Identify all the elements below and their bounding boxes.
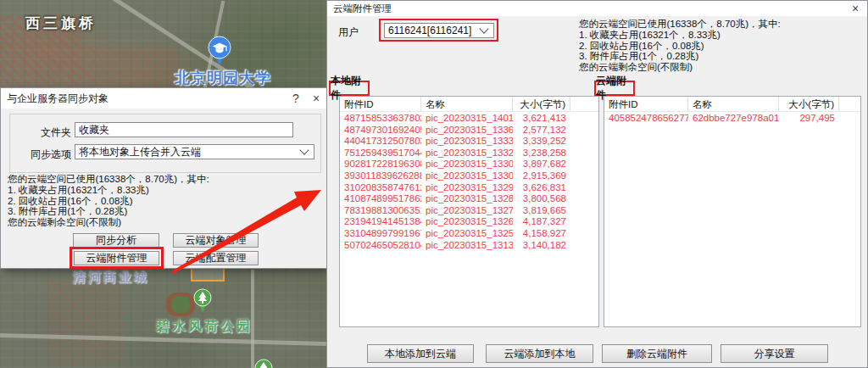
table-cell: 4,187,327 [513,216,570,228]
table-row[interactable]: 4871585336378026500pic_20230315_14011...… [340,113,598,125]
map-label-qinghe-mall: 清河商业城 [73,270,149,286]
user-value: 6116241[6116241] [388,25,481,36]
map-label-bishui-park: 碧水风荷公园 [156,318,253,336]
cloud-attachments-table[interactable]: 附件ID 名称 大小(字节) 405852478656277007562dbbe… [604,96,861,327]
table-cell: 4108748995178624514 [340,193,421,205]
table-row[interactable]: 5070246505281045512pic_20230315_13134...… [340,240,598,252]
attachment-usage-text: 您的云端空间已使用(16338个，8.70兆)，其中:1. 收藏夹占用(1632… [579,19,781,73]
folder-input[interactable] [75,122,293,137]
usage-line: 您的云端空间已使用(16338个，8.70兆)，其中: [579,19,781,30]
table-cell: 3,800,568 [513,193,570,205]
add-local-to-cloud-button[interactable]: 本地添加到云端 [367,344,474,363]
close-icon[interactable]: × [843,2,867,15]
map-label-xisanqi-bridge: 西三旗桥 [25,14,97,33]
table-cell: 297,495 [779,113,839,125]
table-cell: 62dbbe727e978a012... [688,113,779,125]
chevron-down-icon [299,145,309,154]
table-cell: 3,819,665 [513,205,570,217]
attachment-dialog-titlebar[interactable]: 云端附件管理 × [327,1,867,16]
usage-line: 1. 收藏夹占用(16321个，8.33兆) [579,30,781,41]
table-row[interactable]: 7831988130063512135pic_20230315_13274...… [340,205,598,217]
map-roof-cluster [47,280,123,365]
column-header-name[interactable]: 名称 [688,97,779,111]
column-header-size[interactable]: 大小(字节) [779,97,839,111]
table-cell: 3,339,252 [513,136,570,148]
table-cell: 4404173125078035193 [340,136,421,148]
table-cell: 3,621,413 [513,113,570,125]
user-select[interactable]: 6116241[6116241] [384,23,494,38]
table-row[interactable]: 4108748995178624514pic_20230315_13280...… [340,193,598,205]
column-header-id[interactable]: 附件ID [604,97,688,111]
table-cell: 331048997991967332 [340,228,421,240]
annotation-arrow [161,178,331,280]
table-row[interactable]: 31020835874761260pic_20230315_13294...3,… [340,182,598,194]
sync-option-select[interactable]: 将本地对象上传合并入云端 [75,144,314,159]
table-cell: 4058524786562770075 [604,113,688,125]
close-icon[interactable]: × [306,92,326,105]
table-cell: pic_20230315_13263... [421,216,513,228]
table-row[interactable]: 3930118396262883985pic_20230315_13300...… [340,170,598,182]
share-settings-button[interactable]: 分享设置 [721,344,828,363]
usage-line: 2. 回收站占用(16个，0.08兆) [579,41,781,52]
screenshot-root: 西三旗桥 北京明园大学 清河商业城 碧水风荷公园 与企业服务器同步对象 ? × … [0,0,868,368]
sync-dialog-title: 与企业服务器同步对象 [1,92,286,106]
table-cell: pic_20230315_13322... [421,148,513,159]
table-cell: 9028172281963083908 [340,159,421,170]
usage-line: 您的云端剩余空间(不限制) [579,62,781,73]
table-cell: pic_20230315_13294... [421,182,513,194]
table-cell: 2,915,369 [513,170,570,182]
delete-cloud-attachment-button[interactable]: 删除云端附件 [602,344,712,363]
attachment-dialog-title: 云端附件管理 [327,3,843,15]
column-header-spacer [839,97,860,111]
local-attachments-label: 本地附件 [329,81,370,96]
table-cell: pic_20230315_13280... [421,193,513,205]
map-label-mingyuan-university: 北京明园大学 [175,68,271,88]
local-attachments-table[interactable]: 附件ID 名称 大小(字节) 4871585336378026500pic_20… [339,96,599,327]
user-label: 用户 [338,25,359,40]
table-cell: 3,897,682 [513,159,570,170]
table-header[interactable]: 附件ID 名称 大小(字节) [604,97,860,112]
sync-option-value: 将本地对象上传合并入云端 [79,145,301,159]
table-cell: pic_20230315_14011... [421,113,513,125]
table-cell: pic_20230315_13274... [421,205,513,217]
table-cell: 7512594395170448695 [340,148,421,159]
table-cell: 3,626,831 [513,182,570,194]
table-row[interactable]: 9028172281963083908pic_20230315_13302...… [340,159,598,170]
table-cell: 2319419414513845836 [340,216,421,228]
folder-label: 文件夹 [20,125,71,140]
table-cell: pic_20230315_13254... [421,228,513,240]
table-row[interactable]: 7512594395170448695pic_20230315_13322...… [340,148,598,159]
table-cell: 4871585336378026500 [340,113,421,125]
column-header-spacer [570,97,598,111]
cloud-attachment-manage-button[interactable]: 云端附件管理 [74,251,159,265]
column-header-id[interactable]: 附件ID [340,97,421,111]
table-cell: pic_20230315_13300... [421,170,513,182]
table-row[interactable]: 2319419414513845836pic_20230315_13263...… [340,216,598,228]
help-button[interactable]: ? [286,92,306,105]
attachment-dialog: 云端附件管理 × 用户 6116241[6116241] 您的云端空间已使用(1… [326,0,868,368]
table-row[interactable]: 4874973016924055259pic_20230315_13364...… [340,125,598,137]
table-cell: pic_20230315_13335... [421,136,513,148]
table-row[interactable]: 405852478656277007562dbbe727e978a012...2… [604,113,860,125]
table-cell: 3,140,182 [513,240,570,252]
column-header-name[interactable]: 名称 [421,97,513,111]
sync-option-label: 同步选项 [10,148,71,162]
cloud-attachments-label: 云端附件 [594,81,635,96]
table-row[interactable]: 4404173125078035193pic_20230315_13335...… [340,136,598,148]
add-cloud-to-local-button[interactable]: 云端添加到本地 [486,344,593,363]
table-header[interactable]: 附件ID 名称 大小(字节) [340,97,598,112]
tree-icon [254,359,273,368]
table-body[interactable]: 4871585336378026500pic_20230315_14011...… [340,112,598,251]
tree-icon [193,288,212,314]
table-cell: pic_20230315_13364... [421,125,513,137]
table-row[interactable]: 331048997991967332pic_20230315_13254...4… [340,228,598,240]
map-sports-field [166,293,195,316]
usage-line: 3. 附件库占用(1个，0.28兆) [579,51,781,62]
table-cell: 4874973016924055259 [340,125,421,137]
column-header-size[interactable]: 大小(字节) [513,97,570,111]
table-cell: 4,158,927 [513,228,570,240]
graduation-cap-icon [208,36,231,66]
table-body[interactable]: 405852478656277007562dbbe727e978a012...2… [604,112,860,125]
sync-analyze-button[interactable]: 同步分析 [73,233,159,248]
sync-dialog-titlebar[interactable]: 与企业服务器同步对象 ? × [1,88,326,109]
